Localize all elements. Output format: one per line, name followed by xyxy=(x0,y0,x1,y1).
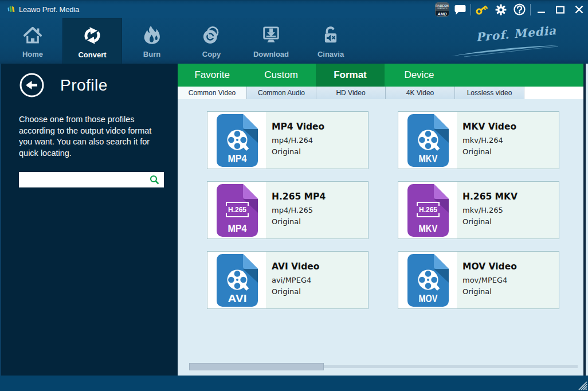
sidebar-title: Profile xyxy=(60,76,108,95)
search-icon[interactable] xyxy=(150,175,159,185)
cinavia-icon xyxy=(321,25,340,44)
profile-card-h265-mp4[interactable]: H.265 MP4 H.265 MP4 mp4/H.265 Original xyxy=(207,181,369,239)
subtab-common-video[interactable]: Common Video xyxy=(178,87,247,99)
profile-card-grid: MP4 MP4 Video mp4/H.264 Original xyxy=(207,111,559,309)
feedback-button[interactable] xyxy=(450,1,469,19)
h265-frame-label: H.265 xyxy=(228,206,246,214)
nav-item-home[interactable]: Home xyxy=(3,18,62,64)
copy-icon xyxy=(202,25,221,44)
status-bar xyxy=(0,376,588,391)
burn-icon xyxy=(143,25,161,44)
profile-title: H.265 MKV xyxy=(462,191,518,202)
profile-format: mov/MPEG4 xyxy=(462,276,507,284)
profile-format: avi/MPEG4 xyxy=(272,276,311,284)
nav-item-convert[interactable]: Convert xyxy=(62,18,122,64)
minimize-icon xyxy=(538,6,546,14)
nav-label-home: Home xyxy=(22,50,43,58)
key-icon xyxy=(475,3,488,16)
nav-item-cinavia[interactable]: Cinavia xyxy=(301,18,360,64)
maximize-icon xyxy=(556,6,565,14)
category-tabs: Favorite Custom Format Device xyxy=(178,64,586,87)
help-icon xyxy=(513,3,526,15)
profile-card-mp4[interactable]: MP4 MP4 Video mp4/H.264 Original xyxy=(207,111,369,169)
nav-items: Home Convert xyxy=(3,18,360,64)
home-icon xyxy=(22,25,42,44)
tab-label: Favorite xyxy=(194,69,229,81)
profile-quality: Original xyxy=(272,217,301,226)
profile-quality: Original xyxy=(272,147,301,156)
film-reel-file-icon: MP4 xyxy=(217,114,258,167)
subtab-hd-video[interactable]: HD Video xyxy=(316,87,386,99)
film-reel-file-icon: MOV xyxy=(407,254,449,307)
sidebar-description: Choose one from those profiles according… xyxy=(19,114,166,159)
profile-title: AVI Video xyxy=(272,261,319,272)
nav-item-burn[interactable]: Burn xyxy=(122,18,182,64)
download-icon xyxy=(261,25,281,44)
profile-format: mp4/H.264 xyxy=(272,136,313,144)
profile-title: MOV Video xyxy=(462,261,517,272)
profile-title: H.265 MP4 xyxy=(272,191,326,202)
profile-sidebar: Profile Choose one from those profiles a… xyxy=(0,64,178,376)
tab-label: Custom xyxy=(264,69,298,81)
app-window: Leawo Prof. Media RADEON GRAPHICS AMD xyxy=(0,0,588,391)
subtab-label: Common Video xyxy=(189,89,236,97)
maximize-button[interactable] xyxy=(551,1,570,19)
tab-custom[interactable]: Custom xyxy=(246,64,315,87)
film-reel-file-icon: AVI xyxy=(217,254,258,307)
profile-title: MKV Video xyxy=(462,122,516,132)
titlebar-controls: RADEON GRAPHICS AMD xyxy=(435,1,588,18)
window-right-edge xyxy=(583,64,586,376)
subtab-4k-video[interactable]: 4K Video xyxy=(386,87,455,99)
tab-format[interactable]: Format xyxy=(316,64,385,87)
nav-label-copy: Copy xyxy=(202,50,221,58)
title-bar: Leawo Prof. Media RADEON GRAPHICS AMD xyxy=(0,0,588,18)
file-badge-text: AVI xyxy=(228,292,247,304)
file-badge-text: MP4 xyxy=(228,153,248,165)
help-button[interactable] xyxy=(510,1,529,19)
profile-card-mov[interactable]: MOV MOV Video mov/MPEG4 Original xyxy=(398,251,559,309)
profile-quality: Original xyxy=(462,147,492,156)
main-area: Profile Choose one from those profiles a… xyxy=(0,64,588,376)
convert-icon xyxy=(83,26,101,45)
profile-format: mkv/H.265 xyxy=(462,206,503,214)
tab-device[interactable]: Device xyxy=(385,64,453,87)
titlebar-divider xyxy=(471,4,471,15)
profile-search-input[interactable] xyxy=(22,173,146,186)
close-icon xyxy=(575,5,583,14)
subtab-label: 4K Video xyxy=(406,89,434,97)
gear-icon xyxy=(495,4,507,15)
h265-file-icon: H.265 MP4 xyxy=(217,184,258,237)
profile-card-h265-mkv[interactable]: H.265 MKV H.265 MKV mkv/H.265 Original xyxy=(398,181,559,239)
profile-format: mp4/H.265 xyxy=(272,206,313,214)
profile-card-mkv[interactable]: MKV MKV Video mkv/H.264 Original xyxy=(398,111,559,169)
resize-grip[interactable] xyxy=(578,381,587,390)
film-reel-file-icon: MKV xyxy=(407,114,449,167)
file-badge-text: MKV xyxy=(419,153,438,165)
content-area: Favorite Custom Format Device Common Vid… xyxy=(178,64,586,376)
tab-favorite[interactable]: Favorite xyxy=(178,64,246,87)
h265-frame-label: H.265 xyxy=(419,206,437,214)
settings-button[interactable] xyxy=(491,1,510,19)
leawo-logo-icon xyxy=(7,5,15,13)
message-icon xyxy=(454,5,466,15)
nav-item-download[interactable]: Download xyxy=(241,18,301,64)
profile-search-box xyxy=(19,172,164,187)
subtab-label: HD Video xyxy=(336,89,365,97)
nav-item-copy[interactable]: Copy xyxy=(182,18,241,64)
profile-card-avi[interactable]: AVI AVI Video avi/MPEG4 Original xyxy=(207,251,369,309)
profile-quality: Original xyxy=(462,287,492,296)
register-button[interactable] xyxy=(472,1,491,19)
nav-label-cinavia: Cinavia xyxy=(317,50,344,58)
subtab-common-audio[interactable]: Common Audio xyxy=(247,87,316,99)
file-badge-text: MP4 xyxy=(228,222,248,234)
tab-label: Format xyxy=(334,69,367,81)
close-button[interactable] xyxy=(570,1,588,19)
back-button[interactable] xyxy=(19,73,44,97)
brand-script-text: Prof. Media xyxy=(475,24,557,44)
h265-file-icon: H.265 MKV xyxy=(407,184,449,237)
file-badge-text: MKV xyxy=(419,222,438,234)
minimize-button[interactable] xyxy=(532,1,551,19)
amd-radeon-badge: RADEON GRAPHICS AMD xyxy=(435,2,449,17)
subtab-lossless-video[interactable]: Lossless video xyxy=(455,87,524,99)
horizontal-scrollbar-thumb[interactable] xyxy=(189,363,324,370)
